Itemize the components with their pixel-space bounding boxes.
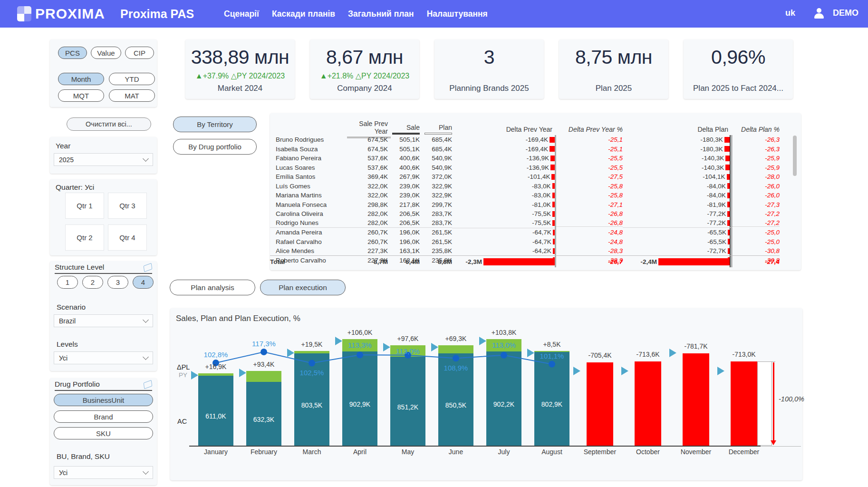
table-row[interactable]: Bruno Rodrigues674,5K505,1K685,4K-169,4K… <box>270 135 780 145</box>
measure-chip-PCS[interactable]: PCS <box>58 47 87 59</box>
kpi-label: Planning Brands 2025 <box>434 84 544 93</box>
cell-delta-plan: -140,3K <box>623 163 732 173</box>
table-row[interactable]: Emília Santos369,4K267,9K372,0K-101,4K-2… <box>270 172 780 182</box>
quarter-button-Qtr-4[interactable]: Qtr 4 <box>108 224 147 251</box>
portfolio-chip-BusinessUnit[interactable]: BusinessUnit <box>54 394 153 406</box>
negative-delta-bar[interactable] <box>587 362 613 446</box>
plan-excess-bar[interactable] <box>246 371 281 382</box>
delta-value: -104,1K <box>623 173 725 180</box>
table-row[interactable]: Luís Gomes322,0K239,0K322,9K-83,0K-25,8-… <box>270 182 780 191</box>
clear-filter-icon[interactable] <box>144 263 153 272</box>
nav-item-Загальний план[interactable]: Загальний план <box>348 9 414 19</box>
actual-sales-bar[interactable] <box>486 351 521 446</box>
total-delta-prev-year: -2,3M <box>452 256 556 267</box>
clear-filter-icon[interactable] <box>144 380 153 389</box>
plan-excess-bar[interactable] <box>438 345 473 353</box>
nav-item-Налаштування[interactable]: Налаштування <box>427 9 488 19</box>
nav-item-Сценарії[interactable]: Сценарії <box>224 9 259 19</box>
table-body[interactable]: Bruno Rodrigues674,5K505,1K685,4K-169,4K… <box>270 135 780 263</box>
portfolio-chip-SKU[interactable]: SKU <box>54 427 153 439</box>
column-header-delta-plan-%[interactable]: Delta Plan % <box>732 126 780 133</box>
delta-value: -81,9K <box>623 201 726 208</box>
delta-value: -136,9K <box>452 164 549 171</box>
table-row[interactable]: Carolina Oliveira282,0K206,5K283,7K-75,5… <box>270 209 780 219</box>
column-header-delta-prev-year-%[interactable]: Delta Prev Year % <box>556 126 623 133</box>
negative-delta-bar[interactable] <box>635 361 661 446</box>
structure-level-2[interactable]: 2 <box>82 276 103 289</box>
scenario-label: Scenario <box>57 303 86 312</box>
cell-delta-plan: -65,5K <box>623 228 732 237</box>
actual-sales-bar[interactable] <box>534 352 569 446</box>
year-select[interactable]: 2025 <box>54 153 153 166</box>
user-name[interactable]: DEMO <box>833 8 858 18</box>
structure-level-1[interactable]: 1 <box>57 276 78 289</box>
row-name: Rodrigo Nunes <box>270 219 347 228</box>
table-row[interactable]: Manuela Fonseca298,8K217,8K299,7K-81,0K-… <box>270 200 780 210</box>
view-button-by-drug-portfolio[interactable]: By Drug portfolio <box>173 139 257 155</box>
quarter-button-Qtr-2[interactable]: Qtr 2 <box>65 224 104 251</box>
quarter-button-Qtr-1[interactable]: Qtr 1 <box>65 193 104 219</box>
table-row[interactable]: Rafael Carvalho260,7K196,0K261,5K-64,7K-… <box>270 237 780 247</box>
py-marker-icon <box>573 367 580 375</box>
month-label: February <box>242 448 285 456</box>
cell-plan: 322,9K <box>420 192 452 199</box>
structure-level-4[interactable]: 4 <box>133 276 154 289</box>
year-value: 2025 <box>59 156 74 164</box>
actual-sales-bar[interactable] <box>246 382 281 446</box>
table-row[interactable]: Fabiano Pereira537,6K400,6K540,9K-136,9K… <box>270 154 780 163</box>
measure-chip-CIP[interactable]: CIP <box>125 47 154 59</box>
view-button-by-territory[interactable]: By Territory <box>173 117 257 132</box>
cell-delta-prev-year: -75,5K <box>452 218 556 228</box>
delta-value: -2,4M <box>623 258 657 265</box>
column-header-delta-plan[interactable]: Delta Plan <box>623 126 732 133</box>
column-header-sale[interactable]: Sale <box>388 124 420 135</box>
nav-item-Каскади планів[interactable]: Каскади планів <box>272 9 335 19</box>
negative-delta-bar[interactable] <box>731 361 757 446</box>
row-name: Isabella Souza <box>270 146 347 153</box>
language-selector[interactable]: uk <box>785 8 795 18</box>
table-row[interactable]: Rodrigo Nunes282,0K206,5K283,7K-75,5K-26… <box>270 219 780 228</box>
period-chip-Month[interactable]: Month <box>58 73 104 85</box>
delta-to-plan-label: +16,9K <box>192 363 240 370</box>
quarter-button-Qtr-3[interactable]: Qtr 3 <box>108 193 147 219</box>
analysis-button-plan-execution[interactable]: Plan execution <box>260 280 346 295</box>
column-header-delta-prev-year[interactable]: Delta Prev Year <box>452 126 556 133</box>
negative-delta-bar[interactable] <box>683 353 709 446</box>
bu-brand-sku-value: Усі <box>59 469 68 477</box>
bu-brand-sku-select[interactable]: Усі <box>54 466 153 479</box>
cell-delta-plan-pct: -26,0 <box>732 192 780 199</box>
levels-select[interactable]: Усі <box>54 351 153 364</box>
structure-level-3[interactable]: 3 <box>107 276 128 289</box>
period-chip-MQT[interactable]: MQT <box>58 89 104 102</box>
table-row[interactable]: Alice Mendes227,3K163,1K235,8K-64,2K-28,… <box>270 246 780 256</box>
period-chip-YTD[interactable]: YTD <box>109 73 155 85</box>
analysis-button-plan-analysis[interactable]: Plan analysis <box>170 280 255 295</box>
period-chip-MAT[interactable]: MAT <box>109 89 155 102</box>
actual-sales-bar[interactable] <box>294 353 329 446</box>
clear-all-button[interactable]: Очистити всі... <box>67 117 151 131</box>
actual-sales-bar[interactable] <box>198 376 233 446</box>
kpi-card-2: 8,67 млн▲+21.8% △PY 2024/2023Company 202… <box>310 39 419 99</box>
delta-to-plan-label: +93,4K <box>240 360 288 368</box>
portfolio-chip-Brand[interactable]: Brand <box>54 410 153 423</box>
execution-pct-label: 108,9% <box>432 364 480 372</box>
scenario-select[interactable]: Brazil <box>54 314 153 327</box>
delta-bar <box>728 248 730 254</box>
actual-sales-bar[interactable] <box>390 357 425 446</box>
logo-text: PROXIMA <box>35 6 105 22</box>
table-row[interactable]: Lucas Soares537,6K400,6K540,9K-136,9K-25… <box>270 163 780 173</box>
table-scrollbar[interactable] <box>793 136 797 176</box>
cell-plan: 540,9K <box>420 164 452 171</box>
table-row[interactable]: Mariana Martins322,0K239,0K322,9K-83,0K-… <box>270 191 780 200</box>
table-row[interactable]: Isabella Souza674,5K505,1K685,4K-169,4K-… <box>270 145 780 154</box>
structure-card: Structure Level 1234 Scenario Brazil Lev… <box>50 261 157 371</box>
actual-sales-bar[interactable] <box>342 351 377 446</box>
delta-value: -81,0K <box>452 201 551 208</box>
bar-value-label: 902,9K <box>336 400 384 408</box>
bar-value-label: 632,3K <box>240 416 288 423</box>
measure-chip-Value[interactable]: Value <box>91 47 121 59</box>
table-row[interactable]: Amanda Pereira260,7K196,0K261,5K-64,7K-2… <box>270 228 780 237</box>
column-header-plan[interactable]: Plan <box>420 124 452 135</box>
month-label: March <box>290 448 333 456</box>
user-icon[interactable] <box>814 8 824 19</box>
